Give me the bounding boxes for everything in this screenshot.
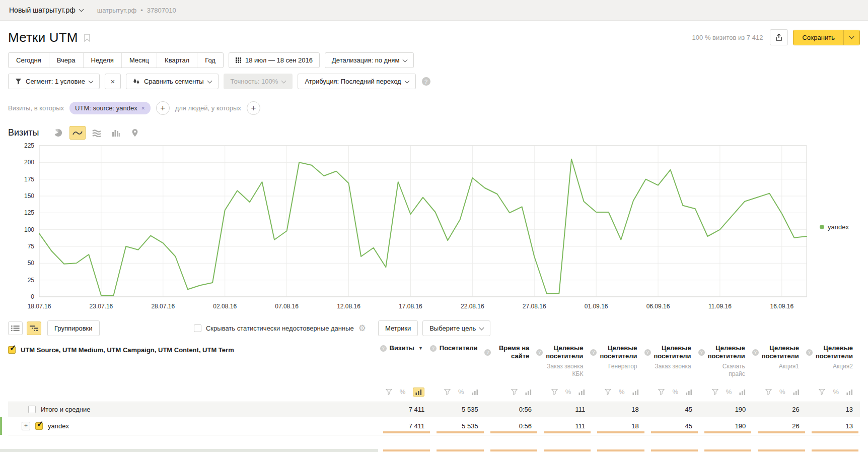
percent-toggle-button[interactable]: % (400, 388, 406, 396)
export-button[interactable] (770, 29, 788, 45)
col-label[interactable]: Целевые посетители (816, 344, 853, 361)
help-icon[interactable]: ? (806, 349, 813, 356)
bars-toggle-button[interactable] (525, 389, 532, 395)
col-label[interactable]: Визиты (390, 344, 414, 352)
column-filter-button[interactable] (658, 389, 665, 395)
percent-toggle-button[interactable]: % (458, 388, 464, 396)
percent-toggle-button[interactable]: % (833, 388, 839, 396)
column-filter-button[interactable] (819, 389, 825, 395)
help-icon[interactable]: ? (752, 349, 759, 356)
compare-segments-dropdown[interactable]: Сравнить сегменты (126, 74, 219, 89)
help-icon[interactable]: ? (430, 345, 437, 352)
tab-today[interactable]: Сегодня (9, 53, 49, 68)
tab-year[interactable]: Год (197, 53, 223, 68)
row-checkbox[interactable] (35, 422, 43, 430)
column-filter-button[interactable] (551, 389, 558, 395)
column-filter-button[interactable] (605, 389, 611, 395)
bars-toggle-button[interactable] (846, 389, 853, 395)
col-label[interactable]: Целевые посетители (654, 344, 691, 361)
col-header-goal-2[interactable]: ? Целевые посетители Генератор (590, 343, 644, 378)
accuracy-dropdown[interactable]: Точность: 100% (224, 74, 293, 89)
tab-quarter[interactable]: Квартал (157, 53, 197, 68)
bookmark-icon[interactable] (84, 34, 90, 43)
counter-selector[interactable]: Новый шатрытут.рф (9, 6, 83, 14)
column-filter-button[interactable] (511, 389, 518, 395)
totals-checkbox[interactable] (28, 406, 36, 413)
bars-toggle-button-selected[interactable] (413, 388, 424, 397)
col-label[interactable]: Целевые посетители (546, 344, 583, 361)
date-range-button[interactable]: 18 июл — 18 сен 2016 (229, 52, 320, 68)
bars-toggle-button[interactable] (472, 389, 478, 395)
chart-type-map-button[interactable] (127, 126, 143, 140)
help-icon[interactable]: ? (422, 77, 430, 86)
chart-type-line-button[interactable] (69, 126, 86, 140)
col-header-goal-5[interactable]: ? Целевые посетители Акция1 (752, 343, 806, 378)
line-chart-canvas[interactable]: 025507510012515017520022518.07.1623.07.1… (8, 143, 834, 312)
help-icon[interactable]: ? (484, 349, 491, 356)
chart-type-pie-button[interactable] (50, 126, 66, 140)
help-icon[interactable]: ? (644, 349, 651, 356)
col-header-visits[interactable]: ? Визиты ▼ (378, 343, 430, 378)
choose-goal-dropdown[interactable]: Выберите цель (422, 320, 490, 336)
chip-close-icon[interactable]: × (141, 105, 145, 112)
help-icon[interactable]: ? (698, 349, 705, 356)
percent-toggle-button[interactable]: % (672, 388, 678, 396)
chart-type-columns-button[interactable] (108, 126, 124, 140)
col-header-goal-6[interactable]: ? Целевые посетители Акция2 (806, 343, 860, 378)
bars-toggle-button[interactable] (578, 389, 585, 395)
utm-filter-chip[interactable]: UTM: source: yandex × (69, 102, 151, 114)
col-header-goal-1[interactable]: ? Целевые посетители Заказ звонка КБК (536, 343, 590, 378)
col-header-time-on-site[interactable]: ? Время на сайте (484, 343, 536, 378)
bars-toggle-button[interactable] (739, 389, 746, 395)
column-filter-button[interactable] (765, 389, 772, 395)
chart-type-area-button[interactable] (89, 126, 105, 140)
percent-toggle-button[interactable]: % (565, 388, 571, 396)
col-header-visitors[interactable]: ? Посетители (430, 343, 485, 378)
col-label[interactable]: Целевые посетители (708, 344, 745, 361)
col-label[interactable]: Время на сайте (494, 344, 529, 361)
groupings-button[interactable]: Группировки (47, 320, 100, 336)
col-label[interactable]: Целевые посетители (762, 344, 799, 361)
list-view-button[interactable] (8, 321, 23, 335)
attribution-dropdown[interactable]: Атрибуция: Последний переход (298, 74, 415, 89)
column-filter-button[interactable] (712, 389, 718, 395)
row-label[interactable]: yandex (48, 422, 69, 430)
help-icon[interactable]: ? (380, 345, 387, 352)
save-split-button[interactable]: Сохранить (793, 30, 860, 45)
tab-month[interactable]: Месяц (122, 53, 157, 68)
col-label[interactable]: Посетители (440, 344, 478, 352)
add-people-condition-button[interactable]: + (247, 101, 260, 115)
filter-icon (712, 389, 718, 395)
percent-toggle-button[interactable]: % (726, 388, 732, 396)
col-header-goal-4[interactable]: ? Целевые посетители Скачать прайс (698, 343, 752, 378)
col-label[interactable]: Целевые посетители (600, 344, 637, 361)
bars-toggle-button[interactable] (632, 389, 639, 395)
help-icon[interactable]: ? (590, 349, 597, 356)
bars-toggle-button[interactable] (686, 389, 692, 395)
bars-toggle-button[interactable] (793, 389, 800, 395)
column-filter-button[interactable] (444, 389, 451, 395)
segment-dropdown[interactable]: Сегмент: 1 условие (8, 74, 100, 89)
table-row-yandex[interactable]: + yandex 7 411 5 535 0:56 111 18 45 190 … (8, 417, 860, 435)
droplets-icon (133, 78, 140, 85)
metrics-button[interactable]: Метрики (378, 320, 418, 336)
tab-week[interactable]: Неделя (84, 53, 122, 68)
dimension-checkbox[interactable] (8, 346, 16, 354)
detail-dropdown[interactable]: Детализация: по дням (325, 52, 414, 68)
filter-icon (819, 389, 825, 395)
hide-unreliable-checkbox[interactable] (194, 325, 201, 332)
tab-yesterday[interactable]: Вчера (49, 53, 84, 68)
segment-close-button[interactable]: × (105, 74, 121, 89)
expand-row-button[interactable]: + (22, 422, 30, 430)
column-filter-button[interactable] (386, 389, 392, 395)
col-header-goal-3[interactable]: ? Целевые посетители Заказ звонка (644, 343, 698, 378)
add-visit-condition-button[interactable]: + (156, 101, 170, 115)
gear-icon[interactable]: ⚙ (358, 323, 366, 334)
percent-toggle-button[interactable]: % (779, 388, 785, 396)
save-menu-button[interactable] (843, 30, 859, 45)
filter-icon (511, 389, 518, 395)
help-icon[interactable]: ? (536, 349, 543, 356)
tree-view-button[interactable] (27, 321, 41, 335)
save-button[interactable]: Сохранить (793, 30, 843, 45)
percent-toggle-button[interactable]: % (619, 388, 625, 396)
